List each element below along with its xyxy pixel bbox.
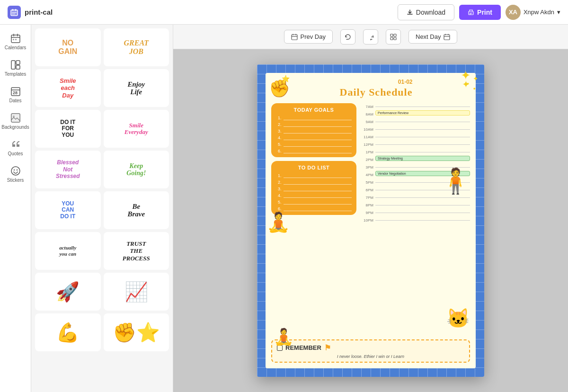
svg-rect-8: [470, 14, 471, 14]
svg-point-20: [11, 167, 20, 175]
next-day-button[interactable]: Next Day: [408, 30, 457, 44]
list-item[interactable]: EnjoyLife: [104, 69, 169, 107]
svg-rect-2: [12, 9, 13, 11]
redo-icon: [367, 34, 374, 40]
print-label: Print: [477, 9, 492, 16]
sticker-keep-going: KeepGoing!: [126, 154, 146, 185]
star-decoration-1: ✦: [461, 68, 471, 83]
app-title: print-cal: [25, 8, 53, 16]
goals-box: TODAY GOALS 1. 2. 3. 4. 5. 6.: [271, 103, 356, 157]
sidebar-item-backgrounds[interactable]: Backgrounds: [2, 109, 29, 134]
redo-button[interactable]: [363, 29, 378, 45]
time-slot-8am: 8AM Performance Review: [360, 111, 470, 117]
undo-icon: [345, 34, 351, 40]
card-inner: 01-02 Daily Schedule ✦ TODAY GOALS: [266, 73, 476, 368]
sticker-enjoy-life: EnjoyLife: [127, 73, 145, 103]
event-strategy-meeting: Strategy Meeting: [375, 156, 470, 161]
list-item[interactable]: NOGAIN: [35, 28, 101, 66]
sidebar: Calendars Templates 28 Dates: [0, 25, 31, 392]
dates-icon: 28: [10, 86, 21, 97]
sidebar-backgrounds-label: Backgrounds: [1, 125, 29, 130]
prev-day-button[interactable]: Prev Day: [284, 30, 333, 44]
avatar: XA: [506, 5, 521, 20]
todo-line-1: 1.: [278, 173, 352, 178]
logo-icon: [8, 6, 21, 19]
goals-lines: 1. 2. 3. 4. 5. 6.: [276, 116, 352, 153]
list-item[interactable]: YOUCANDO IT: [35, 191, 101, 229]
sidebar-item-templates[interactable]: Templates: [2, 56, 29, 80]
svg-rect-12: [11, 61, 15, 69]
download-button[interactable]: Download: [398, 4, 454, 20]
navbar: print-cal Download Print XA Xnpw Akdn ▾: [0, 0, 568, 25]
list-item[interactable]: TRUSTthePROCESS: [104, 232, 169, 270]
sidebar-item-dates[interactable]: 28 Dates: [2, 82, 29, 107]
list-item[interactable]: SmileEveryday: [104, 110, 169, 148]
sidebar-item-quotes[interactable]: Quotes: [2, 135, 29, 160]
svg-rect-3: [15, 9, 16, 11]
app-logo[interactable]: print-cal: [8, 6, 53, 19]
card-date: 01-02: [340, 79, 413, 85]
sticker-no-gain: NOGAIN: [58, 32, 77, 62]
stickers-icon: [10, 166, 21, 176]
remember-section: REMEMBER ⚑ I never loose. Ethier I win o…: [271, 339, 470, 363]
template-icon: [10, 60, 21, 70]
sticker-actually: actuallyyou can: [59, 236, 76, 266]
svg-rect-5: [12, 14, 15, 14]
time-slot-10pm: 10PM: [360, 217, 470, 223]
view-toggle-button[interactable]: [386, 29, 401, 45]
time-slot-7pm: 7PM: [360, 194, 470, 201]
print-button[interactable]: Print: [459, 5, 501, 20]
time-slot-7am: 7AM: [360, 103, 470, 110]
sidebar-dates-label: Dates: [9, 98, 21, 103]
list-item[interactable]: ✊⭐: [104, 313, 169, 351]
svg-rect-28: [444, 35, 450, 40]
sidebar-item-stickers[interactable]: Stickers: [2, 162, 29, 187]
goals-title: TODAY GOALS: [276, 107, 352, 113]
todo-lines: 1. 2. 3. 4. 5. 6.: [276, 173, 352, 211]
svg-rect-13: [16, 61, 20, 64]
list-item[interactable]: 💪: [35, 313, 101, 351]
list-item[interactable]: 📈: [104, 273, 169, 311]
remember-quote: I never loose. Ethier I win or I Learn: [277, 354, 464, 359]
calendar-prev-icon: [291, 34, 298, 40]
canvas-viewport[interactable]: ✦ ✦ ● ● ✊ ⭐ 🧍 🧘 🐱 🧘: [173, 49, 568, 392]
list-item[interactable]: DO ITFORYOU: [35, 110, 101, 148]
list-item[interactable]: actuallyyou can: [35, 232, 101, 270]
view-icon: [390, 34, 397, 40]
next-day-label: Next Day: [416, 33, 441, 40]
undo-button[interactable]: [340, 29, 355, 45]
todo-box: TO DO LIST 1. 2. 3. 4. 5. 6.: [271, 161, 356, 215]
toolbar: Prev Day: [173, 25, 568, 49]
user-name: Xnpw Akdn: [524, 9, 554, 16]
sidebar-stickers-label: Stickers: [7, 178, 24, 183]
sticker-rocket: 🚀: [56, 281, 80, 303]
todo-line-6: 6.: [278, 206, 352, 211]
sticker-be-brave: BeBrave: [127, 195, 145, 225]
svg-rect-14: [16, 65, 20, 69]
svg-rect-27: [394, 37, 396, 40]
sticker-chart: 📈: [124, 281, 148, 303]
schedule-card[interactable]: ✦ ✦ ● ● ✊ ⭐ 🧍 🧘 🐱 🧘: [257, 64, 484, 377]
cat-sticker: 🐱: [446, 307, 470, 330]
list-item[interactable]: BeBrave: [104, 191, 169, 229]
star-decoration-3: ●: [467, 81, 469, 86]
time-slot-2pm: 2PM Strategy Meeting: [360, 156, 470, 163]
svg-point-21: [13, 169, 14, 170]
list-item[interactable]: KeepGoing!: [104, 151, 169, 188]
todo-line-2: 2.: [278, 180, 352, 185]
list-item[interactable]: BlessedNotStressed: [35, 151, 101, 188]
canvas-area: Prev Day: [173, 25, 568, 392]
user-menu[interactable]: XA Xnpw Akdn ▾: [506, 5, 560, 20]
sidebar-item-calendars[interactable]: Calendars: [2, 29, 29, 54]
sticker-panel: NOGAIN GREATJOB SmileeachDay EnjoyLife D…: [31, 25, 173, 392]
prev-day-label: Prev Day: [301, 33, 326, 40]
todo-line-5: 5.: [278, 200, 352, 205]
list-item[interactable]: SmileeachDay: [35, 69, 101, 107]
svg-rect-11: [15, 39, 17, 40]
remember-title: REMEMBER ⚑: [277, 343, 464, 352]
svg-text:28: 28: [13, 90, 18, 95]
svg-rect-10: [13, 39, 14, 40]
event-performance-review: Performance Review: [375, 110, 470, 116]
list-item[interactable]: 🚀: [35, 273, 101, 311]
list-item[interactable]: GREATJOB: [104, 28, 169, 66]
